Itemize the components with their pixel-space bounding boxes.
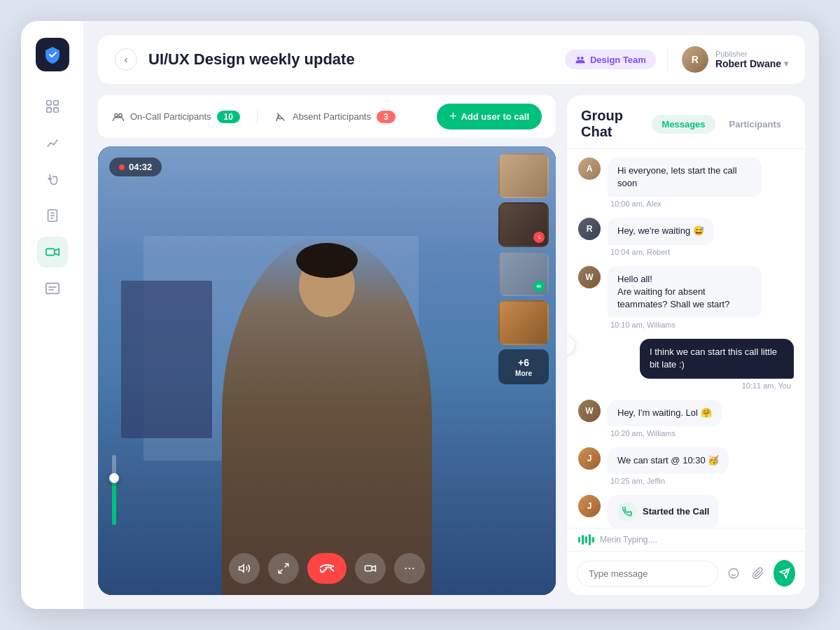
thumbnail-3[interactable] — [498, 251, 549, 296]
svg-rect-1 — [53, 101, 57, 105]
msg-content: Hello all!Are waiting for absent teammat… — [608, 266, 762, 330]
message-row: W Hello all!Are waiting for absent teamm… — [578, 266, 794, 330]
svg-rect-9 — [46, 284, 58, 294]
svg-point-29 — [412, 568, 414, 569]
absent-label: Absent Participants — [293, 111, 371, 122]
msg-time-self: 10:11 am, You — [640, 382, 794, 390]
message-row-self: I think we can start this call little bi… — [578, 339, 794, 389]
sidebar-item-dashboard[interactable] — [37, 91, 68, 122]
participants-divider — [257, 110, 258, 124]
msg-time: 10:20 am, Williams — [608, 429, 722, 438]
msg-avatar: J — [578, 495, 601, 517]
publisher-name: Robert Dwane ▾ — [715, 58, 788, 69]
msg-avatar: A — [578, 158, 601, 180]
sidebar-item-subtitles[interactable] — [37, 273, 68, 304]
thumbnail-more[interactable]: +6 More — [498, 349, 549, 384]
message-row: W Hey, I'm waiting. Lol 🤗 10:20 am, Will… — [578, 400, 794, 438]
system-bubble: Started the Call — [608, 495, 719, 528]
publisher-label: Publisher — [715, 50, 788, 58]
sidebar-item-analytics[interactable] — [37, 127, 68, 158]
publisher-avatar: R — [682, 46, 708, 73]
slider-thumb[interactable] — [109, 473, 119, 483]
msg-time: 10:25 am, Jeffin — [608, 477, 729, 485]
msg-bubble-self: I think we can start this call little bi… — [640, 339, 794, 378]
msg-content: Hey, we're waiting 😅 10:04 am, Robert — [608, 218, 714, 255]
camera-button[interactable] — [355, 553, 386, 584]
slider-fill — [112, 483, 116, 525]
attach-button[interactable] — [749, 561, 769, 585]
svg-marker-23 — [239, 565, 244, 573]
add-user-button[interactable]: + Add user to call — [437, 104, 542, 130]
chat-messages: A Hi everyone, lets start the call soon … — [567, 149, 805, 528]
thumbnail-2[interactable] — [498, 202, 549, 247]
thumbnail-4[interactable] — [498, 300, 549, 345]
video-section: On-Call Participants 10 Absent Participa… — [98, 95, 556, 595]
video-main — [98, 146, 556, 595]
sidebar — [21, 21, 84, 609]
app-logo[interactable] — [36, 38, 69, 71]
svg-rect-8 — [46, 248, 54, 255]
msg-bubble: Hey, we're waiting 😅 — [608, 218, 714, 244]
msg-bubble: Hi everyone, lets start the call soon — [608, 158, 762, 197]
msg-content: Hi everyone, lets start the call soon 10… — [608, 158, 762, 208]
absent-participants: Absent Participants 3 — [274, 111, 396, 123]
meeting-title: UI/UX Design weekly update — [148, 50, 554, 69]
on-call-participants: On-Call Participants 10 — [112, 111, 240, 123]
absent-count: 3 — [377, 111, 396, 123]
chat-title: Group Chat — [581, 108, 643, 140]
participants-bar: On-Call Participants 10 Absent Participa… — [98, 95, 556, 138]
svg-point-14 — [115, 113, 118, 117]
msg-content: We can start @ 10:30 🥳 10:25 am, Jeffin — [608, 447, 729, 485]
msg-avatar: W — [578, 266, 601, 288]
svg-point-28 — [409, 568, 410, 569]
svg-line-24 — [285, 564, 288, 567]
main-content: ‹ UI/UX Design weekly update Design Team… — [84, 21, 819, 609]
end-call-button[interactable] — [307, 553, 346, 584]
send-button[interactable] — [774, 560, 795, 587]
message-row: A Hi everyone, lets start the call soon … — [578, 158, 794, 208]
video-area: 04:32 — [98, 146, 556, 595]
volume-slider[interactable] — [112, 455, 116, 525]
message-input[interactable] — [577, 561, 718, 587]
message-row-system: J Started the Call 10:30 am, Jeffin — [578, 495, 794, 528]
emoji-button[interactable] — [724, 561, 743, 585]
svg-line-25 — [279, 570, 282, 573]
tab-messages[interactable]: Messages — [652, 115, 715, 134]
svg-point-12 — [577, 57, 580, 59]
sidebar-item-gestures[interactable] — [37, 164, 68, 195]
team-badge[interactable]: Design Team — [565, 50, 656, 69]
meeting-header: ‹ UI/UX Design weekly update Design Team… — [98, 35, 805, 84]
typing-text: Merin Typing.... — [600, 535, 657, 545]
volume-button[interactable] — [229, 553, 260, 584]
expand-button[interactable] — [268, 553, 299, 584]
on-call-label: On-Call Participants — [130, 111, 211, 122]
svg-point-30 — [729, 568, 738, 578]
side-thumbnails: +6 More — [498, 153, 549, 384]
back-button[interactable]: ‹ — [115, 48, 137, 71]
more-options-button[interactable] — [394, 553, 425, 584]
typing-wave — [578, 534, 594, 545]
svg-point-27 — [405, 568, 407, 569]
tab-participants[interactable]: Participants — [720, 115, 791, 134]
msg-avatar: J — [578, 447, 601, 470]
slider-track — [112, 455, 116, 525]
msg-bubble: We can start @ 10:30 🥳 — [608, 447, 729, 474]
sidebar-item-video[interactable] — [37, 237, 68, 267]
msg-time: 10:00 am, Alex — [608, 200, 762, 208]
msg-time: 10:10 am, Williams — [608, 321, 762, 329]
msg-content-system: Started the Call 10:30 am, Jeffin — [608, 495, 719, 528]
sidebar-item-files[interactable] — [37, 200, 68, 231]
call-icon — [617, 502, 637, 522]
app-container: ‹ UI/UX Design weekly update Design Team… — [21, 21, 819, 609]
thumbnail-1[interactable] — [498, 153, 549, 198]
msg-content: Hey, I'm waiting. Lol 🤗 10:20 am, Willia… — [608, 400, 722, 438]
video-timer: 04:32 — [109, 158, 162, 176]
svg-point-13 — [581, 57, 584, 59]
mute-indicator — [533, 232, 545, 243]
recording-indicator — [119, 164, 125, 170]
svg-point-15 — [119, 113, 122, 117]
chat-tabs: Messages Participants — [652, 115, 791, 134]
chat-panel: ‹ Group Chat Messages Participants A — [567, 95, 805, 595]
msg-time: 10:04 am, Robert — [608, 248, 714, 256]
publisher-info: R Publisher Robert Dwane ▾ — [667, 46, 788, 73]
